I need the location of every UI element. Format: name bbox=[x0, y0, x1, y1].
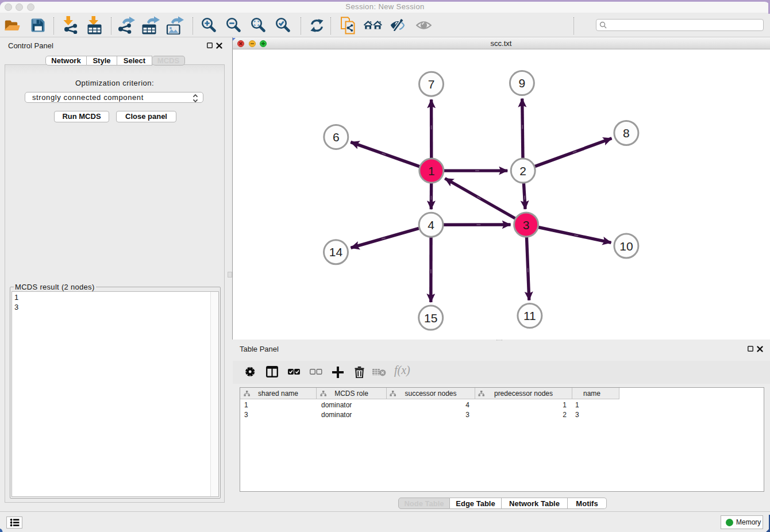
svg-text:1: 1 bbox=[428, 164, 435, 178]
svg-text:6: 6 bbox=[333, 130, 340, 144]
svg-text:4: 4 bbox=[428, 218, 434, 232]
svg-text:14: 14 bbox=[329, 245, 343, 259]
svg-text:3: 3 bbox=[523, 218, 530, 232]
svg-text:7: 7 bbox=[428, 78, 435, 91]
svg-text:10: 10 bbox=[619, 240, 633, 253]
svg-text:2: 2 bbox=[519, 164, 526, 178]
svg-text:11: 11 bbox=[523, 309, 536, 322]
svg-text:9: 9 bbox=[519, 76, 526, 90]
svg-text:8: 8 bbox=[623, 126, 630, 140]
svg-text:15: 15 bbox=[424, 311, 437, 325]
